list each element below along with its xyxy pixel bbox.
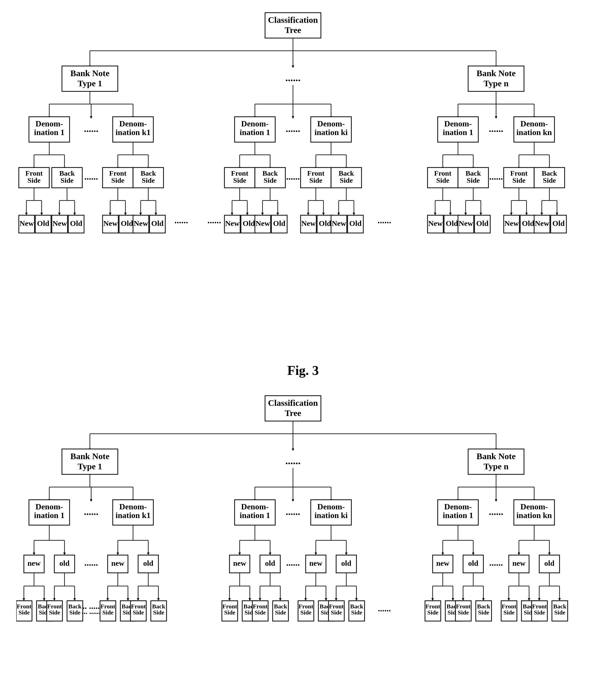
svg-text:Side: Side [340,176,353,184]
svg-text:...  ......: ... ...... [81,607,100,615]
svg-text:Old: Old [319,219,331,227]
svg-text:Denom-: Denom- [520,119,547,128]
svg-text:Denom-: Denom- [317,119,345,128]
svg-text:Denom-: Denom- [35,502,63,511]
svg-text:Side: Side [254,609,265,616]
svg-text:Front: Front [100,603,115,610]
svg-text:Old: Old [273,219,285,227]
svg-text:Type 1: Type 1 [77,462,102,471]
svg-text:Side: Side [436,176,449,184]
svg-text:Side: Side [467,176,480,184]
svg-text:Denom-: Denom- [317,502,345,511]
svg-text:New: New [504,219,519,227]
svg-text:ination 1: ination 1 [34,511,64,520]
svg-text:Side: Side [512,176,525,184]
svg-text:Front: Front [109,169,127,177]
svg-text:......: ...... [286,123,300,134]
svg-marker-39 [495,116,497,119]
svg-text:Side: Side [224,609,235,616]
svg-text:......: ...... [285,72,301,83]
svg-text:Denom-: Denom- [119,502,146,511]
svg-text:old: old [341,559,351,567]
svg-marker-23 [90,116,92,119]
svg-text:old: old [468,559,478,567]
svg-text:Side: Side [18,609,29,616]
svg-text:New: New [255,219,270,227]
svg-text:Type n: Type n [483,79,509,88]
svg-text:ination 1: ination 1 [443,511,473,520]
svg-text:Denom-: Denom- [444,119,471,128]
svg-text:new: new [27,559,41,567]
svg-text:Classification: Classification [268,15,318,25]
svg-text:Back: Back [152,603,165,610]
svg-text:Side: Side [49,609,60,616]
figure-3: Classification Tree Bank Note Type 1 ...… [15,10,591,378]
svg-text:Back: Back [465,169,481,177]
svg-text:Front: Front [502,603,516,610]
svg-text:Front: Front [131,603,145,610]
svg-text:Denom-: Denom- [241,119,269,128]
svg-text:old: old [265,559,275,567]
svg-text:Back: Back [262,169,278,177]
svg-text:Front: Front [434,169,452,177]
svg-text:Back: Back [541,169,557,177]
svg-text:......: ...... [84,123,98,134]
svg-marker-284 [90,499,92,502]
svg-text:......: ...... [84,506,98,517]
svg-text:Old: Old [476,219,488,227]
svg-text:......: ...... [207,215,221,225]
svg-text:Side: Side [427,609,438,616]
svg-text:ination 1: ination 1 [443,128,473,137]
svg-text:New: New [52,219,67,227]
svg-text:New: New [19,219,34,227]
svg-text:......: ...... [174,215,188,225]
svg-text:Type 1: Type 1 [77,79,102,88]
svg-text:Back: Back [68,603,81,610]
svg-text:Side: Side [351,609,362,616]
svg-text:......: ...... [489,123,503,134]
svg-text:......: ...... [378,604,391,613]
svg-text:ination k1: ination k1 [116,511,150,520]
svg-text:Side: Side [330,609,342,616]
svg-text:old: old [544,559,554,567]
fig4-tree: Classification Tree Bank Note Type 1 ...… [16,393,590,700]
svg-text:Back: Back [339,169,354,177]
svg-text:Old: Old [37,219,49,227]
svg-text:Side: Side [458,609,469,616]
svg-text:......: ...... [84,172,98,182]
svg-text:new: new [309,559,322,567]
svg-text:Side: Side [300,609,311,616]
svg-text:......: ...... [489,506,503,517]
svg-text:Tree: Tree [285,25,301,35]
svg-text:Side: Side [27,176,40,184]
svg-text:Back: Back [477,603,490,610]
svg-text:old: old [143,559,153,567]
svg-text:New: New [134,219,148,227]
svg-text:Front: Front [47,603,62,610]
svg-text:New: New [225,219,239,227]
svg-text:Side: Side [142,176,155,184]
svg-text:Classification: Classification [268,398,318,408]
svg-text:Back: Back [553,603,566,610]
svg-marker-8 [292,66,294,68]
svg-text:Tree: Tree [285,408,301,418]
svg-text:Side: Side [534,609,545,616]
svg-text:Side: Side [102,609,113,616]
svg-marker-269 [292,449,294,451]
svg-text:Front: Front [425,603,440,610]
svg-text:Old: Old [349,219,362,227]
svg-text:Front: Front [17,603,31,610]
svg-text:......: ...... [286,506,300,517]
svg-text:Old: Old [552,219,565,227]
svg-text:New: New [459,219,473,227]
svg-text:Old: Old [151,219,163,227]
svg-text:Back: Back [350,603,363,610]
svg-text:Old: Old [70,219,82,227]
svg-text:Front: Front [307,169,325,177]
svg-text:Front: Front [532,603,546,610]
fig3-label: Fig. 3 [287,363,319,378]
svg-text:ination k1: ination k1 [116,128,150,137]
svg-text:ination 1: ination 1 [239,128,270,137]
svg-text:Front: Front [329,603,344,610]
svg-text:Side: Side [133,609,144,616]
